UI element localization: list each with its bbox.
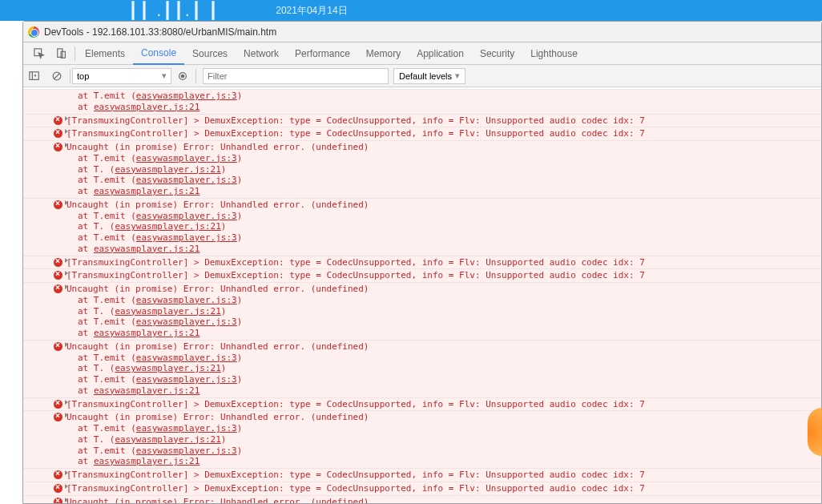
- source-link[interactable]: easywasmplayer.js:3: [136, 423, 237, 433]
- svg-line-6: [54, 73, 60, 79]
- error-icon: [54, 200, 62, 209]
- console-error: Uncaught (in promise) Error: Unhandled e…: [23, 340, 821, 397]
- stack-line: at T.emit (easywasmplayer.js:3): [66, 353, 818, 364]
- source-link[interactable]: easywasmplayer.js:3: [136, 353, 237, 363]
- error-icon: [54, 498, 62, 504]
- expand-caret-icon[interactable]: [65, 200, 68, 205]
- levels-label: Default levels: [399, 71, 452, 81]
- expand-caret-icon[interactable]: [65, 342, 68, 347]
- console-output[interactable]: at T.emit (easywasmplayer.js:3)at easywa…: [23, 89, 821, 503]
- expand-caret-icon[interactable]: [65, 413, 68, 417]
- dropdown-caret-icon: ▾: [162, 71, 167, 81]
- error-icon: [54, 258, 62, 267]
- tab-memory[interactable]: Memory: [358, 42, 409, 65]
- inspect-element-icon[interactable]: [28, 42, 50, 65]
- tab-lighthouse[interactable]: Lighthouse: [522, 42, 586, 65]
- svg-rect-1: [58, 48, 62, 57]
- error-icon: [54, 116, 62, 125]
- stack-line: at T.emit (easywasmplayer.js:3): [66, 91, 818, 102]
- console-error: [TransmuxingController] > DemuxException…: [23, 268, 821, 282]
- stack-line: at T.emit (easywasmplayer.js:3): [66, 295, 818, 306]
- tab-security[interactable]: Security: [472, 42, 522, 65]
- separator: [75, 46, 75, 61]
- tab-performance[interactable]: Performance: [287, 42, 358, 65]
- console-error: Uncaught (in promise) Error: Unhandled e…: [23, 282, 821, 340]
- source-link[interactable]: easywasmplayer.js:21: [94, 102, 199, 112]
- live-expression-icon[interactable]: [171, 66, 194, 87]
- error-icon: [54, 470, 62, 479]
- window-title: DevTools - 192.168.101.33:8080/eUrbanMIS…: [44, 26, 276, 38]
- error-icon: [54, 484, 62, 493]
- source-link[interactable]: easywasmplayer.js:3: [136, 153, 237, 163]
- stack-line: at T.emit (easywasmplayer.js:3): [66, 317, 818, 328]
- console-error: [TransmuxingController] > DemuxException…: [23, 482, 821, 495]
- decorative-flare: [808, 408, 822, 456]
- context-value: top: [77, 71, 89, 81]
- source-link[interactable]: easywasmplayer.js:21: [115, 363, 220, 373]
- console-error: [TransmuxingController] > DemuxException…: [23, 256, 821, 269]
- stack-line: at T. (easywasmplayer.js:21): [66, 164, 818, 175]
- error-icon: [54, 342, 62, 351]
- error-icon: [54, 284, 62, 293]
- source-link[interactable]: easywasmplayer.js:21: [94, 385, 199, 396]
- execution-context-selector[interactable]: top ▾: [72, 68, 171, 84]
- expand-caret-icon[interactable]: [65, 271, 68, 276]
- stack-line: at easywasmplayer.js:21: [66, 385, 818, 397]
- source-link[interactable]: easywasmplayer.js:21: [115, 221, 220, 232]
- tab-elements[interactable]: Elements: [77, 42, 133, 65]
- clear-console-icon[interactable]: [46, 66, 68, 87]
- stack-line: at T. (easywasmplayer.js:21): [66, 434, 818, 446]
- source-link[interactable]: easywasmplayer.js:21: [94, 456, 199, 466]
- expand-caret-icon[interactable]: [65, 258, 68, 263]
- console-error: Uncaught (in promise) Error: Unhandled e…: [23, 495, 821, 504]
- expand-caret-icon[interactable]: [65, 284, 68, 289]
- console-toolbar: top ▾ Default levels ▾: [23, 65, 821, 87]
- expand-caret-icon[interactable]: [65, 484, 68, 489]
- stack-line: at T.emit (easywasmplayer.js:3): [66, 446, 818, 457]
- stack-line: at easywasmplayer.js:21: [66, 328, 818, 339]
- expand-caret-icon[interactable]: [65, 116, 68, 121]
- error-icon: [54, 413, 62, 421]
- tab-console[interactable]: Console: [133, 42, 184, 65]
- console-error: [TransmuxingController] > DemuxException…: [23, 397, 821, 411]
- desktop-taskbar: ┃┃ .┃┃.┃ ┃ 2021年04月14日: [0, 0, 822, 21]
- device-toolbar-icon[interactable]: [50, 42, 73, 65]
- expand-caret-icon[interactable]: [65, 400, 68, 405]
- source-link[interactable]: easywasmplayer.js:21: [115, 164, 220, 175]
- source-link[interactable]: easywasmplayer.js:3: [136, 295, 237, 305]
- console-error: Uncaught (in promise) Error: Unhandled e…: [23, 140, 821, 198]
- clock-time: ┃┃ .┃┃.┃ ┃: [128, 1, 220, 20]
- devtools-window: DevTools - 192.168.101.33:8080/eUrbanMIS…: [22, 21, 822, 504]
- tab-network[interactable]: Network: [236, 42, 287, 65]
- toggle-sidebar-icon[interactable]: [23, 66, 46, 87]
- source-link[interactable]: easywasmplayer.js:3: [136, 232, 237, 243]
- stack-line: at T.emit (easywasmplayer.js:3): [66, 211, 818, 222]
- source-link[interactable]: easywasmplayer.js:3: [136, 446, 237, 456]
- expand-caret-icon[interactable]: [65, 129, 68, 134]
- console-error: [TransmuxingController] > DemuxException…: [23, 127, 821, 140]
- source-link[interactable]: easywasmplayer.js:21: [115, 434, 220, 445]
- source-link[interactable]: easywasmplayer.js:3: [136, 211, 237, 221]
- console-error: [TransmuxingController] > DemuxException…: [23, 114, 821, 127]
- stack-line: at T.emit (easywasmplayer.js:3): [66, 232, 818, 244]
- source-link[interactable]: easywasmplayer.js:21: [94, 244, 199, 254]
- source-link[interactable]: easywasmplayer.js:3: [136, 175, 237, 185]
- expand-caret-icon[interactable]: [65, 498, 68, 502]
- source-link[interactable]: easywasmplayer.js:21: [115, 306, 220, 317]
- stack-line: at T.emit (easywasmplayer.js:3): [66, 153, 818, 164]
- log-levels-selector[interactable]: Default levels ▾: [393, 68, 465, 84]
- console-error: [TransmuxingController] > DemuxException…: [23, 468, 821, 482]
- tab-sources[interactable]: Sources: [184, 42, 236, 65]
- source-link[interactable]: easywasmplayer.js:3: [136, 91, 237, 101]
- tab-application[interactable]: Application: [409, 42, 472, 65]
- expand-caret-icon[interactable]: [65, 470, 68, 475]
- separator: [70, 69, 71, 83]
- source-link[interactable]: easywasmplayer.js:21: [94, 186, 199, 196]
- source-link[interactable]: easywasmplayer.js:3: [136, 374, 237, 385]
- filter-input[interactable]: [203, 68, 389, 84]
- dropdown-caret-icon: ▾: [455, 71, 460, 81]
- source-link[interactable]: easywasmplayer.js:21: [94, 328, 199, 338]
- stack-line: at easywasmplayer.js:21: [66, 456, 818, 467]
- expand-caret-icon[interactable]: [65, 143, 68, 147]
- source-link[interactable]: easywasmplayer.js:3: [136, 317, 237, 327]
